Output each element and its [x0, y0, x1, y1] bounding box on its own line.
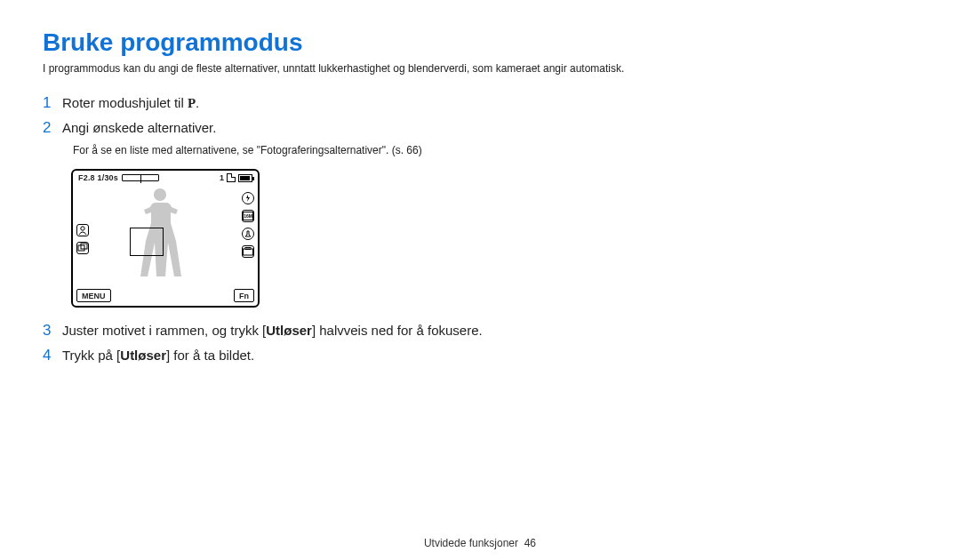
svg-text:16M: 16M: [244, 213, 252, 219]
exposure-compensation-scale-icon: [122, 174, 159, 181]
step1-part-c: .: [196, 95, 199, 110]
step3-part-a: Juster motivet i rammen, og trykk [: [62, 323, 266, 338]
lcd-shot-counter: 1: [220, 173, 224, 182]
page-footer: Utvidede funksjoner 46: [0, 537, 960, 549]
focus-frame-icon: [130, 228, 164, 256]
step-2-note: For å se en liste med alternativene, se …: [73, 144, 917, 156]
step4-shutter-bold: Utløser: [120, 348, 166, 363]
image-size-icon: 16M: [242, 210, 254, 222]
lcd-fn-button-icon: Fn: [234, 289, 254, 302]
battery-icon: [238, 174, 252, 182]
step-3: 3 Juster motivet i rammen, og trykk [Utl…: [43, 322, 917, 340]
camera-lcd-frame: F2.8 1/30s 1: [71, 169, 260, 308]
step3-shutter-bold: Utløser: [266, 323, 312, 338]
step-number-4: 4: [43, 347, 62, 364]
svg-rect-5: [244, 249, 253, 255]
step-text-4: Trykk på [Utløser] for å ta bildet.: [62, 348, 254, 363]
lcd-top-left: F2.8 1/30s: [78, 173, 159, 182]
lcd-top-bar: F2.8 1/30s 1: [78, 173, 252, 182]
step4-part-c: ] for å ta bildet.: [166, 348, 254, 363]
manual-page: Bruke programmodus I programmodus kan du…: [0, 0, 960, 560]
step-text-1: Roter modushjulet til P.: [62, 95, 199, 111]
step-text-3: Juster motivet i rammen, og trykk [Utløs…: [62, 323, 483, 338]
lcd-menu-button-icon: MENU: [76, 289, 111, 302]
step-number-3: 3: [43, 322, 62, 340]
sd-card-icon: [227, 173, 236, 182]
step4-part-a: Trykk på [: [62, 348, 120, 363]
step3-part-c: ] halvveis ned for å fokusere.: [312, 323, 483, 338]
multi-frame-icon: [76, 242, 89, 254]
footer-section-name: Utvidede funksjoner: [424, 537, 518, 549]
step1-part-a: Roter modushjulet til: [62, 95, 188, 110]
step-1: 1 Roter modushjulet til P.: [43, 94, 917, 112]
footer-page-number: 46: [524, 537, 536, 549]
step-2: 2 Angi ønskede alternativer.: [43, 119, 917, 137]
page-title: Bruke programmodus: [43, 28, 917, 57]
svg-point-0: [81, 227, 84, 230]
lcd-top-right: 1: [220, 173, 252, 182]
intro-paragraph: I programmodus kan du angi de fleste alt…: [43, 62, 917, 75]
step-number-1: 1: [43, 94, 62, 112]
image-stabilization-icon: [242, 228, 254, 240]
step-4: 4 Trykk på [Utløser] for å ta bildet.: [43, 347, 917, 364]
drive-mode-icon: [242, 245, 254, 258]
camera-lcd-illustration: F2.8 1/30s 1: [71, 169, 917, 308]
lcd-right-icon-column: 16M: [242, 192, 254, 258]
step-text-2: Angi ønskede alternativer.: [62, 120, 216, 135]
flash-mode-icon: [242, 192, 254, 204]
step-number-2: 2: [43, 119, 62, 137]
face-detection-off-icon: [76, 224, 89, 236]
lcd-left-icon-column: [76, 224, 89, 254]
lcd-exposure-readout: F2.8 1/30s: [78, 173, 118, 182]
mode-dial-p-glyph: P: [188, 96, 196, 110]
